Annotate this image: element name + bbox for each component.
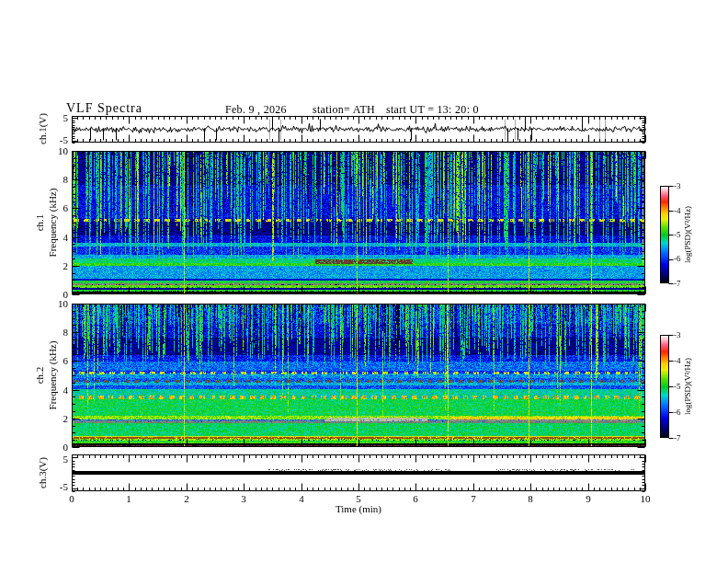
header-date: Feb. 9 , 2026: [225, 103, 287, 117]
spec1-ytick-10: 10: [48, 145, 68, 156]
page-title: VLF Spectra: [66, 101, 142, 116]
ch1v-axis-label: ch.1(V): [36, 101, 49, 156]
ch1v-ytick-5: 5: [48, 112, 68, 123]
time-tick-7: 7: [462, 493, 484, 504]
vlf-spectra-page: VLF Spectra Feb. 9 , 2026 station= ATH s…: [0, 0, 728, 563]
time-axis-label: Time (min): [303, 503, 414, 514]
vlf-spectra-plot-canvas: [0, 0, 728, 563]
spec2-ytick-10: 10: [48, 298, 68, 309]
time-tick-0: 0: [61, 493, 83, 504]
time-tick-10: 10: [634, 493, 656, 504]
spec2-freq-axis-label: Frequency (kHz): [46, 325, 59, 426]
spec2-ytick-0: 0: [48, 442, 68, 453]
spec2-channel-label: ch.2: [33, 348, 46, 403]
cb2-axis-label: log(PSD)(V²/Hz): [681, 336, 694, 437]
cb1-axis-label: log(PSD)(V²/Hz): [681, 184, 694, 285]
time-tick-8: 8: [519, 493, 541, 504]
time-tick-3: 3: [233, 493, 255, 504]
time-tick-2: 2: [176, 493, 198, 504]
time-tick-9: 9: [577, 493, 599, 504]
header-station: station= ATH: [313, 103, 375, 117]
ch1v-ytick-m5: -5: [48, 134, 68, 145]
ch3v-axis-label: ch.3(V): [36, 445, 49, 500]
time-tick-1: 1: [118, 493, 140, 504]
spec1-freq-axis-label: Frequency (kHz): [46, 172, 59, 273]
ch3v-ytick-5: 5: [48, 454, 68, 465]
spec1-channel-label: ch.1: [33, 195, 46, 250]
header-start-ut: start UT = 13: 20: 0: [386, 103, 479, 117]
ch3v-ytick-m5: -5: [48, 481, 68, 492]
